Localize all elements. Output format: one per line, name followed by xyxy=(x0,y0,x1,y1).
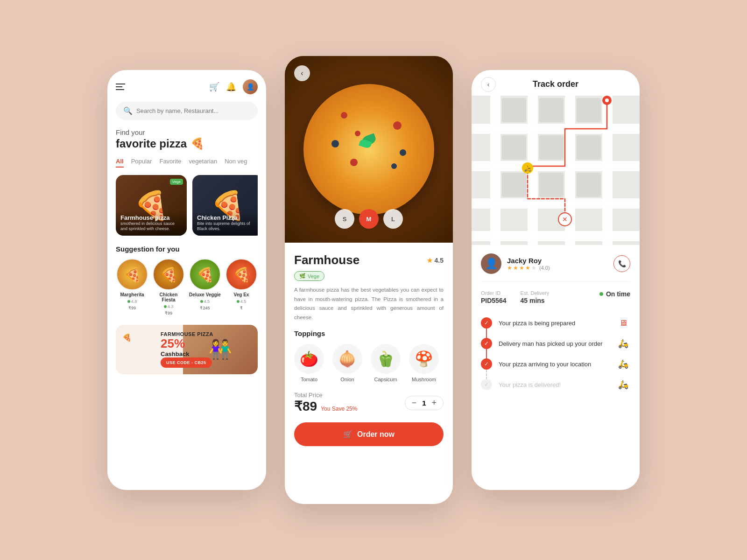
sug-rating: 4.8 xyxy=(127,299,137,304)
list-item[interactable]: 🍕 Deluxe Veggie 4.5 ₹245 xyxy=(189,259,221,315)
cart-icon[interactable]: 🛒 xyxy=(209,82,219,92)
tab-vegetarian[interactable]: vegetarian xyxy=(189,158,217,168)
topping-label-onion: Onion xyxy=(340,377,354,382)
bell-icon[interactable]: 🔔 xyxy=(226,82,236,92)
suggestion-img-margherita: 🍕 xyxy=(116,259,148,290)
size-btn-m[interactable]: M xyxy=(359,209,379,229)
svg-rect-10 xyxy=(539,98,564,122)
call-driver-button[interactable]: 📞 xyxy=(613,255,630,272)
card-overlay-farmhouse: Farmhouse pizza smothered in delicious s… xyxy=(116,210,187,236)
card-title-chicken: Chicken Pizza xyxy=(197,214,258,221)
pizza-title-row: Farmhouse ★ 4.5 xyxy=(294,253,444,267)
driver-details: Jacky Roy ★ ★ ★ ★ ★ (4.0) xyxy=(507,257,550,271)
step-preparing: ✓ Your pizza is being prepared 🖥 xyxy=(481,313,630,333)
pizza-cards: 🍕 Vege Farmhouse pizza smothered in deli… xyxy=(116,175,258,236)
order-now-button[interactable]: 🛒 Order now xyxy=(294,422,444,446)
svg-rect-9 xyxy=(502,98,526,122)
price-value-row: ₹89 You Save 25% xyxy=(294,399,357,414)
order-meta: Order ID PID5564 Est. Delivery 45 mins O… xyxy=(481,290,630,304)
back-button[interactable]: ‹ xyxy=(294,65,310,81)
track-back-button[interactable]: ‹ xyxy=(481,77,496,92)
driver-name: Jacky Roy xyxy=(507,257,550,265)
phone-detail: ‹ S M L Farmhouse ★ 4.5 🌿 Vege A farmhou… xyxy=(285,56,453,504)
topping-img-capsicum: 🫑 xyxy=(371,344,401,374)
category-tabs: All Popular Favorite vegetarian Non veg xyxy=(116,158,258,168)
step-check-2: ✓ xyxy=(481,338,492,349)
driver-rating: ★ ★ ★ ★ ★ (4.0) xyxy=(507,265,550,271)
sug-price: ₹99 xyxy=(128,306,136,310)
step-icon-1: 🖥 xyxy=(616,318,630,328)
svg-rect-13 xyxy=(539,135,564,160)
tab-popular[interactable]: Popular xyxy=(131,158,152,168)
list-item[interactable]: 🍕 Margherita 4.8 ₹99 xyxy=(116,259,148,315)
cart-icon: 🛒 xyxy=(343,430,352,439)
price-value: ₹89 xyxy=(294,399,317,414)
topping-img-tomato: 🍅 xyxy=(294,344,324,374)
topping-label-tomato: Tomato xyxy=(301,377,317,382)
driver-row: 👤 Jacky Roy ★ ★ ★ ★ ★ (4.0) 📞 xyxy=(481,253,630,282)
tab-nonveg[interactable]: Non veg xyxy=(225,158,247,168)
driver-avatar: 👤 xyxy=(481,253,501,274)
card-desc-chicken: Bite into supreme delights of Black oliv… xyxy=(197,221,258,232)
suggestions-title: Suggestion for you xyxy=(116,245,258,253)
step-text-2: Delivery man has picked up your order xyxy=(499,340,610,347)
sug-price: ₹99 xyxy=(165,311,172,315)
svg-text:✕: ✕ xyxy=(562,216,568,223)
sug-name: Chicken Fiesta xyxy=(152,292,185,302)
topping-label-mushroom: Mushroom xyxy=(412,377,436,382)
topping-capsicum[interactable]: 🫑 Capsicum xyxy=(371,344,401,382)
size-selector: S M L xyxy=(335,209,403,229)
pizza-card-chicken[interactable]: 🍕 Chicken Pizza Bite into supreme deligh… xyxy=(192,175,258,236)
size-btn-l[interactable]: L xyxy=(383,209,403,229)
suggestion-grid: 🍕 Margherita 4.8 ₹99 🍕 Chicken Fiesta 4.… xyxy=(116,259,258,315)
topping-img-mushroom: 🍄 xyxy=(409,344,439,374)
topping-mushroom[interactable]: 🍄 Mushroom xyxy=(409,344,439,382)
card-desc-farmhouse: smothered in delicious sauce and sprinkl… xyxy=(120,221,182,232)
promo-banner: 👫 🍕 FARMHOUSE PIZZA 25% Cashback USE COD… xyxy=(116,325,258,374)
promo-cashback: Cashback xyxy=(161,350,251,357)
star-1: ★ xyxy=(507,265,512,271)
progress-steps: ✓ Your pizza is being prepared 🖥 ✓ Deliv… xyxy=(481,313,630,395)
tab-all[interactable]: All xyxy=(116,158,124,168)
on-time-badge: On time xyxy=(599,290,630,298)
menu-icon[interactable] xyxy=(116,84,125,90)
pizza-card-farmhouse[interactable]: 🍕 Vege Farmhouse pizza smothered in deli… xyxy=(116,175,187,236)
search-input[interactable] xyxy=(136,107,250,114)
vege-tag: 🌿 Vege xyxy=(294,271,324,281)
promo-percent: 25% xyxy=(161,337,251,350)
svg-rect-15 xyxy=(502,173,526,197)
step-check-3: ✓ xyxy=(481,358,492,370)
sug-rating: 4.5 xyxy=(237,299,247,304)
svg-rect-12 xyxy=(502,135,526,160)
list-item[interactable]: 🍕 Veg Ex 4.5 ₹ xyxy=(225,259,258,315)
sug-rating: 4.5 xyxy=(200,299,210,304)
status-dot xyxy=(599,292,603,296)
rating-number: (4.0) xyxy=(539,265,550,271)
topping-tomato[interactable]: 🍅 Tomato xyxy=(294,344,324,382)
avatar[interactable]: 👤 xyxy=(243,79,258,94)
size-btn-s[interactable]: S xyxy=(335,209,354,229)
delivery-label: Est. Delivery xyxy=(520,290,549,296)
price-row: Total Price ₹89 You Save 25% − 1 + xyxy=(294,392,444,414)
step-pickup: ✓ Delivery man has picked up your order … xyxy=(481,333,630,354)
step-icon-3: 🛵 xyxy=(616,359,630,369)
price-block: Total Price ₹89 You Save 25% xyxy=(294,392,357,414)
qty-plus-button[interactable]: + xyxy=(431,398,437,408)
list-item[interactable]: 🍕 Chicken Fiesta 4.3 ₹99 xyxy=(152,259,185,315)
svg-rect-17 xyxy=(577,173,601,197)
star-5: ★ xyxy=(531,265,536,271)
delivery-time: 45 mins xyxy=(520,297,549,304)
search-bar[interactable]: 🔍 xyxy=(116,102,258,120)
sug-name: Veg Ex xyxy=(234,292,249,297)
card-overlay-chicken: Chicken Pizza Bite into supreme delights… xyxy=(192,210,258,236)
hero-line2: favorite pizza 🍕 xyxy=(116,137,258,150)
hero-line1: Find your xyxy=(116,128,258,136)
qty-minus-button[interactable]: − xyxy=(412,398,417,408)
tab-favorite[interactable]: Favorite xyxy=(159,158,181,168)
promo-code-button[interactable]: USE CODE - CB25 xyxy=(161,357,212,368)
topping-onion[interactable]: 🧅 Onion xyxy=(332,344,362,382)
track-title: Track order xyxy=(533,79,578,89)
on-time-label: On time xyxy=(606,290,630,298)
promo-pizza-img: 🍕 xyxy=(122,333,155,366)
svg-rect-14 xyxy=(577,135,601,160)
